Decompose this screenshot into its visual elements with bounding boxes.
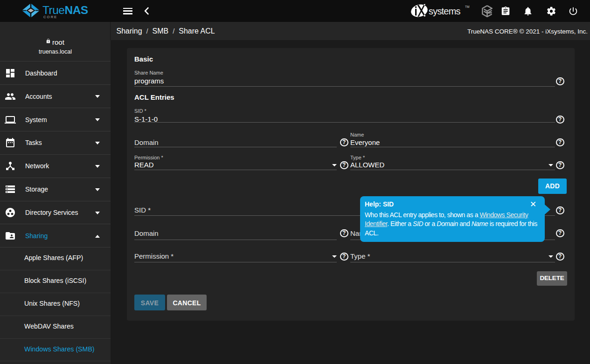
svg-text:systems: systems	[429, 6, 461, 16]
svg-text:TM: TM	[465, 5, 469, 8]
